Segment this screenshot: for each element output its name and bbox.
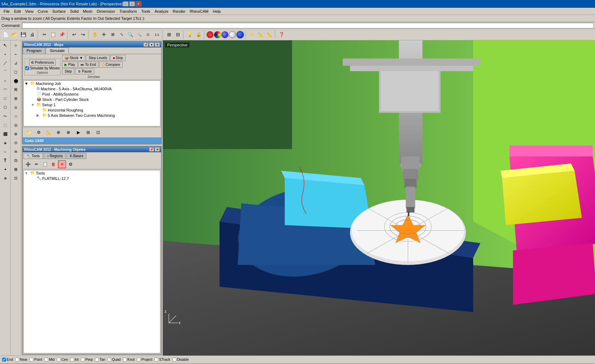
tool2-4[interactable]: ◻ xyxy=(11,68,21,76)
tool2-5[interactable]: ⬤ xyxy=(11,76,21,85)
menu-dimension[interactable]: Dimension xyxy=(95,8,117,14)
simulate-moves-cb[interactable] xyxy=(25,66,29,70)
snap-int-cb[interactable] xyxy=(70,358,74,362)
mops-close-btn[interactable]: ✕ xyxy=(155,42,160,47)
tb-settings3[interactable]: 📐 xyxy=(265,30,274,39)
step-levels-button[interactable]: Step Levels xyxy=(86,55,109,61)
mops-tab-simulate[interactable]: Simulate xyxy=(46,47,69,54)
tree-item-setup1[interactable]: ▼ 📁 Setup 1 xyxy=(24,102,160,107)
tool-rect[interactable]: □ xyxy=(1,94,10,103)
cmd-input[interactable] xyxy=(22,23,594,28)
snap-int[interactable]: Int xyxy=(70,358,79,362)
tool2-9[interactable]: ☆ xyxy=(11,112,21,120)
tb-grid[interactable]: ⊟ xyxy=(174,30,182,39)
machobj-tab-regions[interactable]: ○ Regions xyxy=(44,153,66,159)
snap-knot-cb[interactable] xyxy=(123,358,127,362)
tool-point[interactable]: • xyxy=(1,50,10,58)
step-button[interactable]: Step xyxy=(62,68,74,74)
tool2-15[interactable]: ⊠ xyxy=(11,165,21,174)
tool2-11[interactable]: ⊛ xyxy=(11,130,21,138)
snap-quad[interactable]: Quad xyxy=(107,358,120,362)
snap-mid-cb[interactable] xyxy=(44,358,48,362)
tb-cut[interactable]: ✂ xyxy=(40,30,49,39)
tool-polyline[interactable]: ⌒ xyxy=(1,68,10,76)
menu-transform[interactable]: Transform xyxy=(117,8,139,14)
mops-bt-2[interactable]: ⚙ xyxy=(34,128,43,137)
mops-pin-btn[interactable]: 📌 xyxy=(143,42,148,47)
tool-move[interactable]: ⊕ xyxy=(1,174,10,182)
tb-redo[interactable]: ↪ xyxy=(79,30,87,39)
tool2-2[interactable]: ⌁ xyxy=(11,50,21,58)
tb-color-white[interactable] xyxy=(229,31,236,38)
tb-bulb[interactable]: 💡 xyxy=(186,30,194,39)
tree-flatmill[interactable]: 🔧 FLATMILL-12.7 xyxy=(24,176,160,181)
tool2-7[interactable]: ⊞ xyxy=(11,94,21,103)
tb-zoom-window[interactable]: ⊞ xyxy=(108,30,117,39)
tree-item-horiz-rough[interactable]: 📁 Horizontal Roughing xyxy=(24,107,160,113)
maximize-button[interactable]: □ xyxy=(129,1,135,6)
tb-paste[interactable]: 📌 xyxy=(58,30,66,39)
machobj-tab-kbases[interactable]: K-Bases xyxy=(67,153,86,159)
snap-strack[interactable]: STrack xyxy=(154,358,170,362)
tool2-8[interactable]: ⧈ xyxy=(11,103,21,112)
menu-help[interactable]: Help xyxy=(211,8,223,14)
tb-pan[interactable]: ✋ xyxy=(91,30,99,39)
snap-near-cb[interactable] xyxy=(15,358,19,362)
mops-bt-7[interactable]: ⊞ xyxy=(84,128,93,137)
tb-new[interactable]: 📄 xyxy=(1,30,10,39)
tool-circle[interactable]: ○ xyxy=(1,76,10,85)
menu-solid[interactable]: Solid xyxy=(68,8,81,14)
snap-end-cb[interactable] xyxy=(2,358,6,362)
snap-project[interactable]: Project xyxy=(137,358,152,362)
tool-mesh[interactable]: ◈ xyxy=(1,138,10,147)
machobj-close-btn[interactable]: ✕ xyxy=(155,147,160,152)
tb-viewport-layout[interactable]: ⊞ xyxy=(165,30,173,39)
snap-tan[interactable]: Tan xyxy=(95,358,105,362)
tree-item-5axis[interactable]: ▶ 📁 5 Axis Between Two Curves Machining xyxy=(24,113,160,118)
tool-line[interactable]: ／ xyxy=(1,59,10,67)
menu-mesh[interactable]: Mesh xyxy=(81,8,95,14)
menu-surface[interactable]: Surface xyxy=(50,8,68,14)
tb-settings2[interactable]: 📐 xyxy=(256,30,265,39)
machobj-red-x[interactable]: ✕ xyxy=(58,160,66,168)
snap-knot[interactable]: Knot xyxy=(123,358,135,362)
snap-disable-cb[interactable] xyxy=(172,358,176,362)
mops-bt-4[interactable]: ⊕ xyxy=(54,128,63,137)
tree-item-machining-job[interactable]: ▼ 📁 Machining Job xyxy=(24,81,160,86)
tool2-10[interactable]: ◎ xyxy=(11,121,21,129)
tool2-13[interactable]: ≋ xyxy=(11,147,21,156)
snap-perp-cb[interactable] xyxy=(81,358,85,362)
stop-button[interactable]: ■ Stop xyxy=(110,55,125,61)
menu-curve[interactable]: Curve xyxy=(35,8,50,14)
tb-zoom-1to1[interactable]: 1:1 xyxy=(153,30,161,39)
menu-analyze[interactable]: Analyze xyxy=(152,8,170,14)
tool-surface[interactable]: ⬚ xyxy=(1,121,10,129)
menu-edit[interactable]: Edit xyxy=(12,8,23,14)
snap-project-cb[interactable] xyxy=(137,358,141,362)
mops-tab-program[interactable]: Program xyxy=(23,47,45,54)
mops-bt-5[interactable]: ⊗ xyxy=(64,128,73,137)
snap-point[interactable]: Point xyxy=(29,358,42,362)
mops-bt-3[interactable]: 📐 xyxy=(44,128,53,137)
mops-bt-6[interactable]: ▶ xyxy=(74,128,83,137)
menu-rhinocam[interactable]: RhinoCAM xyxy=(188,8,211,14)
machobj-pin-btn[interactable]: 📌 xyxy=(149,147,154,152)
tool2-16[interactable]: ⊡ xyxy=(11,174,21,182)
tb-color-sphere[interactable] xyxy=(221,31,228,38)
tb-color-red[interactable] xyxy=(206,31,214,38)
machobj-add[interactable]: ➕ xyxy=(24,160,32,168)
tool-polygon[interactable]: ⬡ xyxy=(1,103,10,112)
tool-snap[interactable]: ✦ xyxy=(1,165,10,174)
to-end-button[interactable]: ⏭ To End xyxy=(78,62,98,68)
machobj-edit[interactable]: ✏ xyxy=(33,160,40,168)
machobj-settings[interactable]: ⚙ xyxy=(67,160,74,168)
tree-item-post[interactable]: 📄 Post - AbilitySystems xyxy=(24,91,160,97)
snap-point-cb[interactable] xyxy=(29,358,33,362)
tool2-1[interactable]: ⊹ xyxy=(11,41,21,50)
tool2-12[interactable]: ⊙ xyxy=(11,138,21,147)
tb-zoom-sel[interactable]: ⊡ xyxy=(144,30,152,39)
tb-settings1[interactable]: ⚡ xyxy=(248,30,256,39)
tool-freeform[interactable]: 〜 xyxy=(1,112,10,120)
tb-lock[interactable]: 🔒 xyxy=(194,30,203,39)
snap-tan-cb[interactable] xyxy=(95,358,99,362)
